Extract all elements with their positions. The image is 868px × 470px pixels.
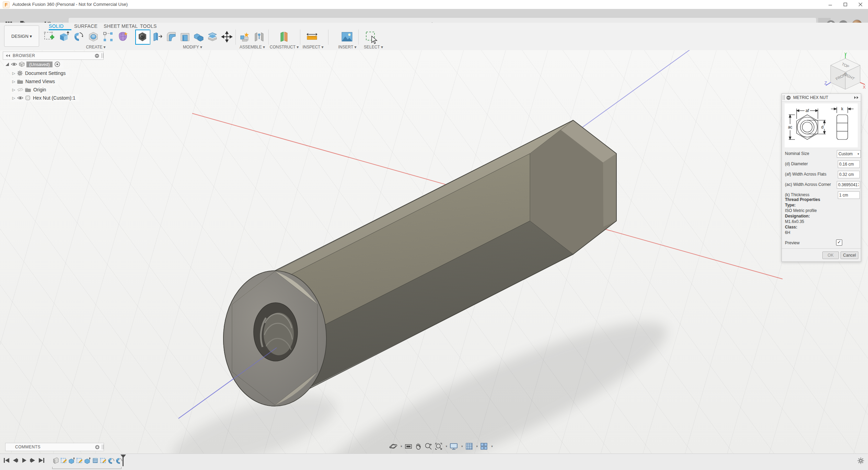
browser-item-hex-nut[interactable]: ▷ Hex Nut (Custom):1 (10, 94, 79, 102)
dialog-header[interactable]: METRIC HEX NUT (782, 94, 861, 102)
orbit-caret-icon[interactable]: ▾ (401, 445, 402, 448)
group-label-select[interactable]: SELECT ▾ (364, 45, 383, 49)
press-pull-icon[interactable] (151, 30, 164, 43)
preview-checkbox[interactable]: ✓ (836, 239, 842, 246)
timeline-play-button[interactable] (21, 457, 28, 464)
measure-icon[interactable] (305, 30, 319, 43)
grid-caret-icon[interactable]: ▾ (476, 445, 478, 448)
viewcube[interactable]: Y TOP FRONT RIGHT Z X (824, 52, 867, 95)
minimize-button[interactable] (823, 0, 838, 9)
panel-resize-handle[interactable] (102, 445, 104, 449)
display-settings-icon[interactable] (449, 442, 458, 450)
visibility-eye-icon[interactable] (17, 96, 23, 100)
width-across-corner-input[interactable] (837, 181, 860, 189)
split-body-icon[interactable] (206, 30, 219, 43)
expand-arrow-icon[interactable]: ▷ (10, 71, 17, 76)
timeline-feature-extrude[interactable] (84, 457, 91, 464)
panel-minimize-icon[interactable] (95, 54, 99, 58)
tab-tools[interactable]: TOOLS (140, 23, 157, 30)
timeline-go-to-end-button[interactable] (38, 457, 45, 464)
shell-icon[interactable] (178, 30, 192, 43)
browser-item-document-settings[interactable]: ▷ Document Settings (10, 69, 69, 77)
create-sketch-icon[interactable] (43, 30, 56, 43)
timeline-feature-body[interactable] (52, 457, 59, 464)
close-button[interactable] (853, 0, 868, 9)
group-label-modify[interactable]: MODIFY ▾ (183, 45, 202, 49)
form-icon[interactable] (116, 30, 129, 43)
timeline-settings-gear-icon[interactable] (857, 457, 864, 464)
timeline-step-back-button[interactable] (12, 457, 19, 464)
browser-item-origin[interactable]: ▷ Origin (10, 86, 49, 93)
display-caret-icon[interactable]: ▾ (461, 445, 463, 448)
tab-sheet-metal[interactable]: SHEET METAL (104, 23, 138, 30)
dialog-expand-icon[interactable] (854, 96, 859, 99)
combine-icon[interactable] (192, 30, 205, 43)
insert-image-icon[interactable] (340, 30, 354, 43)
dialog-drag-handle[interactable] (783, 95, 785, 100)
fit-icon[interactable] (435, 442, 443, 450)
group-label-assemble[interactable]: ASSEMBLE ▾ (240, 45, 265, 49)
timeline-feature-extrude[interactable] (68, 457, 75, 464)
joint-icon[interactable] (253, 30, 266, 43)
diameter-input[interactable] (838, 160, 860, 168)
pattern-icon[interactable] (102, 30, 115, 43)
grid-settings-icon[interactable] (465, 442, 473, 450)
viewports-caret-icon[interactable]: ▾ (491, 445, 493, 448)
group-label-inspect[interactable]: INSPECT ▾ (302, 45, 323, 49)
move-copy-icon[interactable] (220, 30, 233, 43)
look-at-icon[interactable] (404, 443, 413, 450)
browser-root-row[interactable]: (Unsaved) (4, 60, 63, 68)
fillet-icon[interactable] (165, 30, 178, 43)
timeline-feature-sketch[interactable] (76, 457, 83, 464)
preview-label: Preview (785, 240, 800, 245)
orbit-icon[interactable] (389, 442, 397, 450)
collapse-panel-icon[interactable] (5, 54, 11, 57)
fit-caret-icon[interactable]: ▾ (446, 445, 448, 448)
thread-designation-value: M1.6x0.35 (785, 219, 820, 224)
bolt-nut-generator-icon[interactable] (136, 30, 149, 43)
dialog-minimize-icon[interactable] (786, 96, 791, 100)
timeline-feature-revolve[interactable] (107, 457, 115, 464)
tab-solid[interactable]: SOLID (49, 23, 64, 30)
panel-resize-handle[interactable] (102, 53, 103, 58)
tab-surface[interactable]: SURFACE (74, 23, 97, 30)
workspace-selector[interactable]: DESIGN ▾ (4, 25, 39, 47)
zoom-icon[interactable] (424, 442, 432, 450)
timeline-feature-thread[interactable] (92, 457, 99, 464)
group-label-construct[interactable]: CONSTRUCT ▾ (270, 45, 299, 49)
new-component-icon[interactable] (238, 30, 251, 43)
offset-plane-icon[interactable] (277, 30, 290, 43)
fusion-logo-icon: F (3, 1, 10, 8)
timeline-playhead-handle[interactable] (120, 455, 126, 458)
timeline-go-to-start-button[interactable] (3, 457, 10, 464)
timeline-feature-revolve[interactable] (115, 457, 123, 464)
timeline-feature-sketch[interactable] (60, 457, 67, 464)
group-label-insert[interactable]: INSERT ▾ (338, 45, 357, 49)
expand-arrow-icon[interactable]: ▷ (10, 88, 17, 92)
revolve-icon[interactable] (72, 30, 85, 43)
browser-panel-header[interactable]: BROWSER (3, 52, 104, 60)
timeline-step-forward-button[interactable] (29, 457, 36, 464)
maximize-button[interactable] (838, 0, 853, 9)
activate-component-icon[interactable] (55, 61, 60, 67)
nominal-size-dropdown[interactable]: Custom ▾ (837, 150, 861, 158)
group-label-create[interactable]: CREATE ▾ (86, 45, 105, 49)
browser-item-named-views[interactable]: ▷ Named Views (10, 78, 58, 85)
expand-arrow-icon[interactable]: ▷ (10, 96, 17, 100)
root-document-label[interactable]: (Unsaved) (26, 61, 53, 67)
extrude-icon[interactable] (57, 30, 70, 43)
viewports-icon[interactable] (480, 442, 488, 450)
width-across-flats-input[interactable] (838, 171, 860, 178)
comments-panel-header[interactable]: COMMENTS (5, 443, 104, 451)
cancel-button[interactable]: Cancel (841, 251, 858, 259)
ok-button[interactable]: OK (822, 251, 839, 259)
timeline-feature-sketch[interactable] (100, 457, 107, 464)
expand-arrow-icon[interactable]: ▷ (10, 79, 17, 84)
add-comment-icon[interactable] (95, 445, 100, 449)
visibility-off-eye-icon[interactable] (17, 88, 23, 92)
thickness-input[interactable] (838, 191, 860, 199)
expanded-arrow-icon[interactable] (5, 62, 10, 67)
pan-icon[interactable] (415, 442, 422, 450)
visibility-eye-icon[interactable] (11, 62, 17, 66)
hole-icon[interactable] (87, 30, 100, 43)
